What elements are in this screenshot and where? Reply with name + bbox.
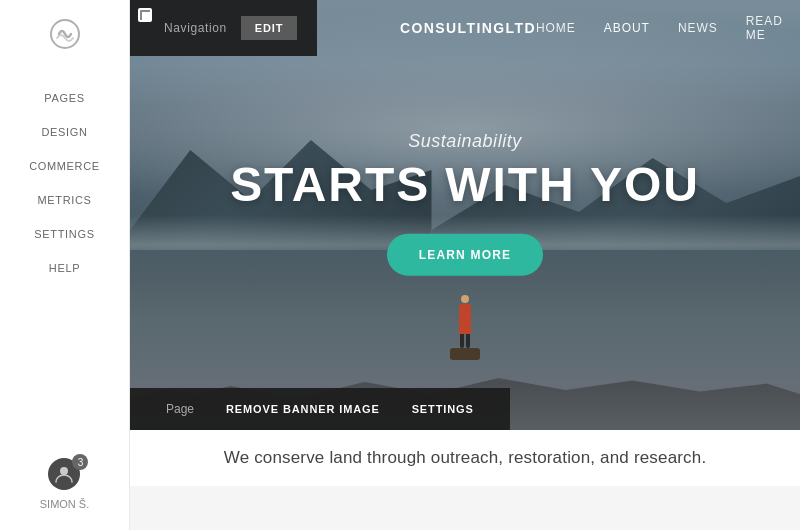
user-avatar-container[interactable]: 3 <box>48 458 80 490</box>
menu-item-about[interactable]: ABOUT <box>604 21 650 35</box>
sidebar-logo[interactable] <box>47 16 83 52</box>
edit-button[interactable]: EDIT <box>241 16 298 40</box>
sidebar-item-design[interactable]: DESIGN <box>41 126 87 138</box>
menu-item-news[interactable]: NEWS <box>678 21 718 35</box>
sidebar-item-pages[interactable]: PAGES <box>44 92 84 104</box>
main-content: Navigation EDIT CONSULTINGLTD HOME ABOUT… <box>130 0 800 530</box>
remove-banner-button[interactable]: REMOVE BANNER IMAGE <box>210 403 396 415</box>
hero-title: STARTS WITH YOU <box>130 160 800 210</box>
site-logo: CONSULTINGLTD <box>400 20 536 36</box>
figure-leg-left <box>460 334 464 348</box>
below-fold-text: We conserve land through outreach, resto… <box>160 448 770 468</box>
sidebar-item-settings[interactable]: SETTINGS <box>34 228 94 240</box>
sidebar-bottom: 3 SIMON Š. <box>40 458 90 518</box>
menu-item-home[interactable]: HOME <box>536 21 576 35</box>
hero-image: Navigation EDIT CONSULTINGLTD HOME ABOUT… <box>130 0 800 430</box>
below-fold-section: We conserve land through outreach, resto… <box>130 430 800 486</box>
nav-bar-label: Navigation <box>150 21 241 35</box>
sidebar: PAGES DESIGN COMMERCE METRICS SETTINGS H… <box>0 0 130 530</box>
figure-leg-right <box>466 334 470 348</box>
hero-subtitle: Sustainability <box>130 131 800 152</box>
site-menu: HOME ABOUT NEWS READ ME TAKE ACTION <box>536 8 800 48</box>
resize-handle[interactable] <box>138 8 152 22</box>
site-navigation: Navigation EDIT CONSULTINGLTD HOME ABOUT… <box>130 0 800 56</box>
user-name: SIMON Š. <box>40 498 90 510</box>
figure-head <box>461 295 469 303</box>
figure-body <box>459 304 471 334</box>
page-label: Page <box>150 402 210 416</box>
notification-badge: 3 <box>72 454 88 470</box>
figure-legs <box>460 334 470 348</box>
sidebar-item-commerce[interactable]: COMMERCE <box>29 160 100 172</box>
sidebar-item-help[interactable]: HELP <box>49 262 80 274</box>
learn-more-button[interactable]: LEARN MORE <box>387 234 544 276</box>
hero-content: Sustainability STARTS WITH YOU LEARN MOR… <box>130 131 800 276</box>
nav-edit-bar: Navigation EDIT <box>130 0 317 56</box>
settings-button[interactable]: SETTINGS <box>396 403 490 415</box>
bottom-toolbar: Page REMOVE BANNER IMAGE SETTINGS <box>130 388 510 430</box>
svg-point-1 <box>60 467 68 475</box>
website-preview: Navigation EDIT CONSULTINGLTD HOME ABOUT… <box>130 0 800 530</box>
figure-stump <box>450 348 480 360</box>
sidebar-item-metrics[interactable]: METRICS <box>37 194 91 206</box>
menu-item-read-me[interactable]: READ ME <box>746 14 783 42</box>
hero-figure <box>450 295 480 360</box>
sidebar-navigation: PAGES DESIGN COMMERCE METRICS SETTINGS H… <box>0 92 129 458</box>
